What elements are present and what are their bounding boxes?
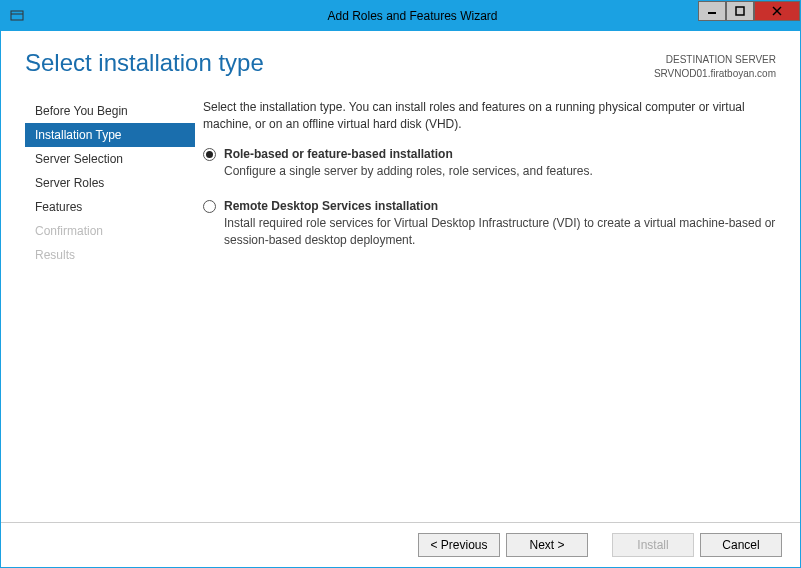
step-confirmation: Confirmation: [25, 219, 195, 243]
svg-rect-3: [736, 7, 744, 15]
step-results: Results: [25, 243, 195, 267]
maximize-button[interactable]: [726, 1, 754, 21]
option-role-based-desc: Configure a single server by adding role…: [224, 163, 593, 180]
wizard-body: Before You Begin Installation Type Serve…: [1, 89, 800, 522]
titlebar: Add Roles and Features Wizard: [1, 1, 800, 31]
svg-rect-0: [11, 11, 23, 20]
step-server-selection[interactable]: Server Selection: [25, 147, 195, 171]
step-installation-type[interactable]: Installation Type: [25, 123, 195, 147]
step-sidebar: Before You Begin Installation Type Serve…: [25, 99, 195, 522]
previous-button[interactable]: < Previous: [418, 533, 500, 557]
intro-text: Select the installation type. You can in…: [203, 99, 776, 133]
step-server-roles[interactable]: Server Roles: [25, 171, 195, 195]
option-role-based[interactable]: Role-based or feature-based installation…: [203, 147, 776, 180]
app-icon: [9, 8, 25, 24]
wizard-footer: < Previous Next > Install Cancel: [1, 522, 800, 567]
cancel-button[interactable]: Cancel: [700, 533, 782, 557]
destination-server: SRVNOD01.firatboyan.com: [654, 67, 776, 81]
destination-info: DESTINATION SERVER SRVNOD01.firatboyan.c…: [654, 49, 776, 81]
step-before-you-begin[interactable]: Before You Begin: [25, 99, 195, 123]
option-role-based-title: Role-based or feature-based installation: [224, 147, 593, 161]
next-button[interactable]: Next >: [506, 533, 588, 557]
option-rds-text: Remote Desktop Services installation Ins…: [224, 199, 776, 249]
main-panel: Select the installation type. You can in…: [195, 99, 776, 522]
option-role-based-text: Role-based or feature-based installation…: [224, 147, 593, 180]
minimize-button[interactable]: [698, 1, 726, 21]
window-title: Add Roles and Features Wizard: [25, 9, 800, 23]
window-buttons: [698, 1, 800, 21]
option-rds-title: Remote Desktop Services installation: [224, 199, 776, 213]
radio-role-based[interactable]: [203, 148, 216, 161]
step-features[interactable]: Features: [25, 195, 195, 219]
destination-label: DESTINATION SERVER: [654, 53, 776, 67]
content-area: Select installation type DESTINATION SER…: [1, 31, 800, 567]
option-rds-desc: Install required role services for Virtu…: [224, 215, 776, 249]
close-button[interactable]: [754, 1, 800, 21]
wizard-header: Select installation type DESTINATION SER…: [1, 31, 800, 89]
page-title: Select installation type: [25, 49, 654, 77]
install-button: Install: [612, 533, 694, 557]
option-rds[interactable]: Remote Desktop Services installation Ins…: [203, 199, 776, 249]
radio-rds[interactable]: [203, 200, 216, 213]
